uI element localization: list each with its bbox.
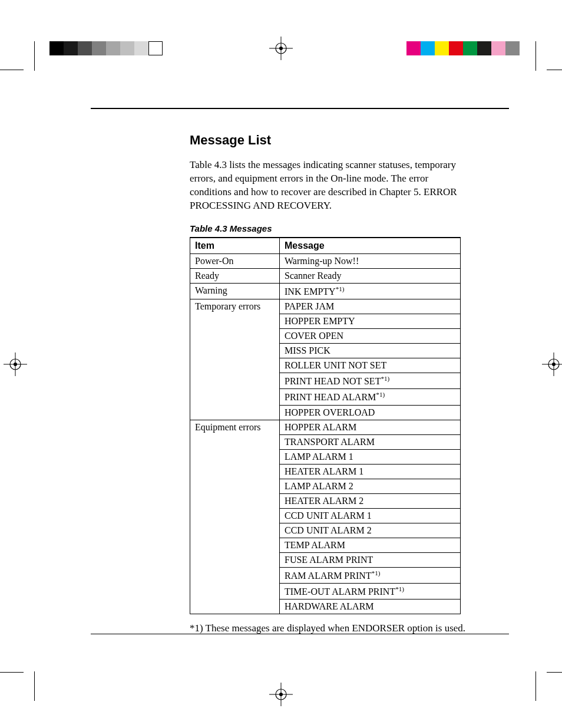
item-cell: Equipment errors xyxy=(190,420,280,614)
message-cell: TIME-OUT ALARM PRINT*1) xyxy=(280,584,461,599)
crop-mark xyxy=(0,672,24,673)
message-cell: HOPPER ALARM xyxy=(280,420,461,434)
color-swatch xyxy=(406,41,421,55)
messages-table: Item Message Power-OnWarming-up Now!!Rea… xyxy=(190,237,461,615)
gray-swatch xyxy=(49,41,64,55)
message-cell: HEATER ALARM 2 xyxy=(280,493,461,508)
table-footnote: *1) These messages are displayed when EN… xyxy=(190,622,509,634)
item-cell: Warning xyxy=(190,283,280,299)
message-cell: RAM ALARM PRINT*1) xyxy=(280,567,461,583)
message-cell: CCD UNIT ALARM 1 xyxy=(280,508,461,523)
message-cell: FUSE ALARM PRINT xyxy=(280,552,461,567)
item-cell: Temporary errors xyxy=(190,299,280,420)
message-cell: HOPPER OVERLOAD xyxy=(280,405,461,420)
section-heading: Message List xyxy=(190,133,509,148)
footnote-marker: *1) xyxy=(376,391,385,398)
column-header-message: Message xyxy=(280,238,461,254)
message-cell: TRANSPORT ALARM xyxy=(280,434,461,449)
table-row: Power-OnWarming-up Now!! xyxy=(190,253,461,268)
message-cell: Warming-up Now!! xyxy=(280,253,461,268)
color-swatch xyxy=(505,41,520,55)
footnote-marker: *1) xyxy=(381,375,389,382)
message-cell: PRINT HEAD ALARM*1) xyxy=(280,389,461,405)
message-cell: Scanner Ready xyxy=(280,268,461,283)
content-frame: Message List Table 4.3 lists the message… xyxy=(91,108,509,634)
gray-swatch xyxy=(148,41,163,55)
message-cell: LAMP ALARM 1 xyxy=(280,449,461,464)
message-cell: INK EMPTY*1) xyxy=(280,283,461,299)
crop-mark xyxy=(535,671,536,701)
color-swatches xyxy=(406,41,520,55)
crop-mark xyxy=(34,671,35,701)
item-cell: Ready xyxy=(190,268,280,283)
crop-mark xyxy=(547,672,562,673)
crop-mark xyxy=(0,70,24,70)
intro-paragraph: Table 4.3 lists the messages indicating … xyxy=(190,159,461,213)
gray-swatch xyxy=(134,41,148,55)
crop-mark xyxy=(547,70,562,70)
color-swatch xyxy=(449,41,463,55)
table-header-row: Item Message xyxy=(190,238,461,254)
message-cell: HOPPER EMPTY xyxy=(280,314,461,329)
content-body: Message List Table 4.3 lists the message… xyxy=(190,133,509,634)
table-row: WarningINK EMPTY*1) xyxy=(190,283,461,299)
registration-mark-icon xyxy=(269,37,293,60)
message-cell: PAPER JAM xyxy=(280,299,461,314)
page: Message List Table 4.3 lists the message… xyxy=(0,0,562,728)
table-body: Power-OnWarming-up Now!!ReadyScanner Rea… xyxy=(190,253,461,614)
color-swatch xyxy=(421,41,435,55)
registration-mark-icon xyxy=(4,353,27,376)
item-cell: Power-On xyxy=(190,253,280,268)
registration-mark-icon xyxy=(542,353,562,376)
gray-swatch xyxy=(92,41,106,55)
color-swatch xyxy=(435,41,449,55)
gray-swatch xyxy=(78,41,92,55)
color-swatch xyxy=(491,41,505,55)
column-header-item: Item xyxy=(190,238,280,254)
footnote-marker: *1) xyxy=(372,569,381,577)
bottom-rule xyxy=(91,634,509,634)
message-cell: HARDWARE ALARM xyxy=(280,599,461,614)
message-cell: MISS PICK xyxy=(280,344,461,358)
message-cell: CCD UNIT ALARM 2 xyxy=(280,523,461,538)
message-cell: TEMP ALARM xyxy=(280,538,461,552)
message-cell: ROLLER UNIT NOT SET xyxy=(280,358,461,373)
gray-swatch xyxy=(120,41,134,55)
registration-mark-icon xyxy=(269,683,293,706)
table-caption: Table 4.3 Messages xyxy=(190,223,509,233)
message-cell: PRINT HEAD NOT SET*1) xyxy=(280,373,461,389)
grayscale-swatches xyxy=(49,41,163,55)
color-swatch xyxy=(463,41,477,55)
message-cell: HEATER ALARM 1 xyxy=(280,464,461,479)
message-cell: COVER OPEN xyxy=(280,329,461,344)
gray-swatch xyxy=(64,41,78,55)
footnote-marker: *1) xyxy=(395,585,404,592)
color-swatch xyxy=(477,41,491,55)
table-row: ReadyScanner Ready xyxy=(190,268,461,283)
table-row: Temporary errorsPAPER JAM xyxy=(190,299,461,314)
table-row: Equipment errorsHOPPER ALARM xyxy=(190,420,461,434)
message-cell: LAMP ALARM 2 xyxy=(280,479,461,493)
footnote-marker: *1) xyxy=(336,285,345,292)
gray-swatch xyxy=(106,41,120,55)
